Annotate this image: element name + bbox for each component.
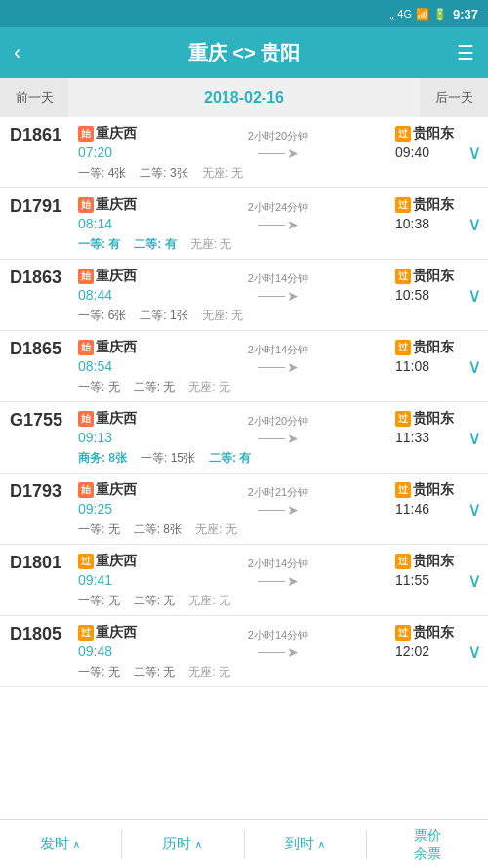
arrive-time-label: 到时 bbox=[285, 835, 314, 853]
depart-time: 08:14 bbox=[78, 216, 161, 231]
expand-button[interactable]: ∨ bbox=[468, 283, 482, 307]
no-seat: 无座: 无 bbox=[188, 593, 230, 609]
remaining-label: 余票 bbox=[414, 845, 441, 862]
train-origin: 始 重庆西 08:44 bbox=[78, 268, 161, 303]
train-number: D1865 bbox=[10, 339, 78, 359]
dest-label: 过 贵阳东 bbox=[395, 481, 454, 499]
origin-tag: 始 bbox=[78, 482, 94, 498]
train-origin: 始 重庆西 07:20 bbox=[78, 125, 161, 160]
duration-line: ➤ bbox=[161, 431, 395, 446]
expand-button[interactable]: ∨ bbox=[468, 141, 482, 164]
train-item[interactable]: D1793 始 重庆西 09:25 2小时21分钟 ➤ 过 贵阳东 bbox=[0, 474, 488, 545]
first-class: 一等: 无 bbox=[78, 664, 120, 681]
train-top-row: D1805 过 重庆西 09:48 2小时14分钟 ➤ 过 贵阳东 bbox=[10, 624, 478, 660]
origin-label: 始 重庆西 bbox=[78, 410, 161, 428]
arrive-sort-icon: ∧ bbox=[317, 838, 326, 851]
network-icon: ᪸ 4G bbox=[394, 8, 412, 20]
train-number: D1861 bbox=[10, 125, 78, 145]
header: ‹ 重庆 <> 贵阳 ☰ bbox=[0, 27, 488, 78]
duration-label: 历时 bbox=[162, 835, 191, 853]
first-class: 一等: 无 bbox=[78, 593, 120, 609]
dest-tag: 过 bbox=[395, 197, 411, 213]
train-origin: 始 重庆西 09:25 bbox=[78, 481, 161, 517]
train-number: G1755 bbox=[10, 410, 78, 431]
second-class: 二等: 有 bbox=[134, 236, 176, 253]
expand-button[interactable]: ∨ bbox=[468, 426, 482, 449]
origin-label: 过 重庆西 bbox=[78, 553, 161, 570]
dest-tag: 过 bbox=[395, 340, 411, 355]
train-item[interactable]: D1805 过 重庆西 09:48 2小时14分钟 ➤ 过 贵阳东 bbox=[0, 616, 488, 687]
train-origin: 过 重庆西 09:48 bbox=[78, 624, 161, 659]
prev-day-button[interactable]: 前一天 bbox=[0, 78, 68, 117]
depart-time: 07:20 bbox=[78, 145, 161, 160]
duration-sort[interactable]: 历时 ∧ bbox=[122, 820, 243, 868]
train-bottom-row: 商务: 8张 一等: 15张 二等: 有 bbox=[10, 450, 478, 467]
train-item[interactable]: D1801 过 重庆西 09:41 2小时14分钟 ➤ 过 贵阳东 bbox=[0, 545, 488, 616]
price-label: 票价 bbox=[414, 826, 441, 844]
depart-sort-icon: ∧ bbox=[72, 838, 81, 851]
train-item[interactable]: D1861 始 重庆西 07:20 2小时20分钟 ➤ 过 贵阳东 bbox=[0, 117, 488, 188]
arrive-time: 10:58 bbox=[395, 287, 429, 303]
duration-line: ➤ bbox=[161, 573, 395, 589]
arrive-time-sort[interactable]: 到时 ∧ bbox=[245, 820, 366, 868]
train-bottom-row: 一等: 6张 二等: 1张 无座: 无 bbox=[10, 308, 478, 324]
dest-label: 过 贵阳东 bbox=[395, 410, 454, 428]
duration-line: ➤ bbox=[161, 217, 395, 232]
dest-station: 贵阳东 bbox=[413, 196, 454, 214]
arrive-time: 11:08 bbox=[395, 358, 429, 374]
status-time: 9:37 bbox=[453, 7, 478, 21]
depart-time-label: 发时 bbox=[40, 835, 69, 853]
seat-info: 商务: 8张 一等: 15张 二等: 有 bbox=[78, 450, 251, 467]
train-duration: 2小时21分钟 ➤ bbox=[161, 481, 395, 517]
train-number: D1863 bbox=[10, 268, 78, 288]
origin-label: 始 重庆西 bbox=[78, 125, 161, 143]
train-top-row: D1861 始 重庆西 07:20 2小时20分钟 ➤ 过 贵阳东 bbox=[10, 125, 478, 161]
train-item[interactable]: D1863 始 重庆西 08:44 2小时14分钟 ➤ 过 贵阳东 bbox=[0, 260, 488, 331]
train-dest: 过 贵阳东 12:02 bbox=[395, 624, 478, 659]
duration-line: ➤ bbox=[161, 288, 395, 304]
dest-station: 贵阳东 bbox=[413, 410, 454, 428]
first-class: 一等: 无 bbox=[78, 379, 120, 395]
origin-label: 始 重庆西 bbox=[78, 268, 161, 285]
arrive-time: 10:38 bbox=[395, 216, 429, 231]
no-seat: 无座: 无 bbox=[188, 664, 230, 681]
next-day-button[interactable]: 后一天 bbox=[420, 78, 488, 117]
back-button[interactable]: ‹ bbox=[14, 40, 43, 65]
origin-label: 始 重庆西 bbox=[78, 481, 161, 499]
duration-line: ➤ bbox=[161, 145, 395, 161]
depart-time: 09:41 bbox=[78, 572, 161, 588]
origin-station: 重庆西 bbox=[96, 339, 137, 356]
arrive-time: 11:46 bbox=[395, 501, 429, 517]
expand-button[interactable]: ∨ bbox=[468, 640, 482, 663]
train-item[interactable]: D1865 始 重庆西 08:54 2小时14分钟 ➤ 过 贵阳东 bbox=[0, 331, 488, 402]
train-item[interactable]: D1791 始 重庆西 08:14 2小时24分钟 ➤ 过 贵阳东 bbox=[0, 188, 488, 260]
second-class: 二等: 1张 bbox=[140, 308, 187, 324]
depart-time-sort[interactable]: 发时 ∧ bbox=[0, 820, 121, 868]
train-duration: 2小时14分钟 ➤ bbox=[161, 624, 395, 660]
expand-button[interactable]: ∨ bbox=[468, 212, 482, 235]
duration-line: ➤ bbox=[161, 502, 395, 517]
dest-label: 过 贵阳东 bbox=[395, 268, 454, 285]
expand-button[interactable]: ∨ bbox=[468, 497, 482, 520]
train-item[interactable]: G1755 始 重庆西 09:13 2小时20分钟 ➤ 过 贵阳东 bbox=[0, 402, 488, 474]
train-origin: 过 重庆西 09:41 bbox=[78, 553, 161, 588]
first-class: 一等: 6张 bbox=[78, 308, 126, 324]
menu-button[interactable]: ☰ bbox=[445, 41, 474, 64]
dest-label: 过 贵阳东 bbox=[395, 196, 454, 214]
train-dest: 过 贵阳东 11:08 bbox=[395, 339, 478, 374]
page-title: 重庆 <> 贵阳 bbox=[43, 40, 445, 66]
train-origin: 始 重庆西 09:13 bbox=[78, 410, 161, 445]
train-top-row: D1801 过 重庆西 09:41 2小时14分钟 ➤ 过 贵阳东 bbox=[10, 553, 478, 589]
second-class: 二等: 8张 bbox=[134, 521, 182, 538]
origin-tag: 始 bbox=[78, 340, 94, 355]
bottom-navigation: 发时 ∧ 历时 ∧ 到时 ∧ 票价 余票 bbox=[0, 819, 488, 868]
train-origin: 始 重庆西 08:54 bbox=[78, 339, 161, 374]
train-number: D1805 bbox=[10, 624, 78, 644]
expand-button[interactable]: ∨ bbox=[468, 354, 482, 378]
origin-tag: 过 bbox=[78, 625, 94, 641]
expand-button[interactable]: ∨ bbox=[468, 568, 482, 592]
origin-tag: 始 bbox=[78, 411, 94, 427]
signal-icon: 📶 bbox=[416, 8, 429, 21]
train-dest: 过 贵阳东 09:40 bbox=[395, 125, 478, 160]
price-remaining-sort[interactable]: 票价 余票 bbox=[367, 820, 488, 868]
